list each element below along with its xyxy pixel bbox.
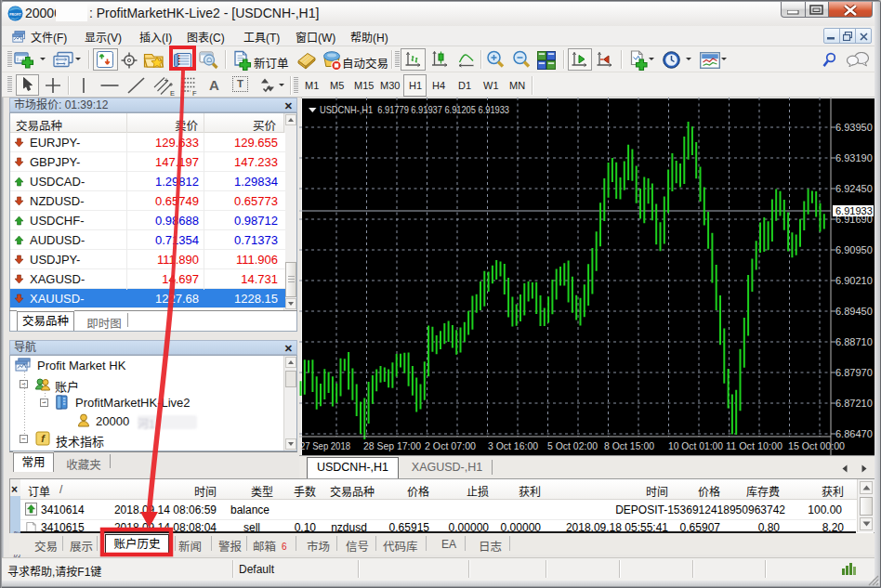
svg-text:6.87970: 6.87970: [835, 367, 873, 378]
svg-text:10 Oct 01:00: 10 Oct 01:00: [668, 440, 723, 451]
svg-text:6.90950: 6.90950: [835, 244, 873, 255]
svg-text:USDCNH-,H1 6.91779 6.91937 6.: USDCNH-,H1 6.91779 6.91937 6.91205 6.919…: [320, 104, 509, 115]
svg-text:6.89450: 6.89450: [835, 306, 873, 317]
svg-text:6.91933: 6.91933: [835, 205, 873, 216]
svg-text:6.92450: 6.92450: [835, 183, 873, 194]
svg-text:27 Sep 2018: 27 Sep 2018: [300, 440, 350, 451]
svg-text:2 Oct 07:00: 2 Oct 07:00: [425, 440, 476, 451]
svg-text:28 Sep 17:00: 28 Sep 17:00: [363, 440, 421, 451]
svg-text:6.93190: 6.93190: [835, 152, 873, 163]
svg-text:6.90210: 6.90210: [835, 275, 873, 286]
svg-text:6.87210: 6.87210: [835, 398, 873, 409]
svg-text:PROFIT: PROFIT: [9, 13, 21, 17]
svg-text:5 Oct 02:00: 5 Oct 02:00: [547, 440, 598, 451]
svg-text:8 Oct 15:00: 8 Oct 15:00: [604, 440, 654, 451]
svg-text:15 Oct 00:00: 15 Oct 00:00: [788, 440, 845, 451]
svg-text:F: F: [192, 89, 197, 97]
svg-text:6.88710: 6.88710: [835, 336, 873, 347]
svg-text:E: E: [170, 89, 175, 97]
svg-text:6.93950: 6.93950: [835, 122, 873, 133]
svg-text:11 Oct 10:00: 11 Oct 10:00: [726, 440, 782, 451]
svg-text:6.86470: 6.86470: [835, 428, 873, 439]
svg-text:3 Oct 16:00: 3 Oct 16:00: [488, 440, 538, 451]
